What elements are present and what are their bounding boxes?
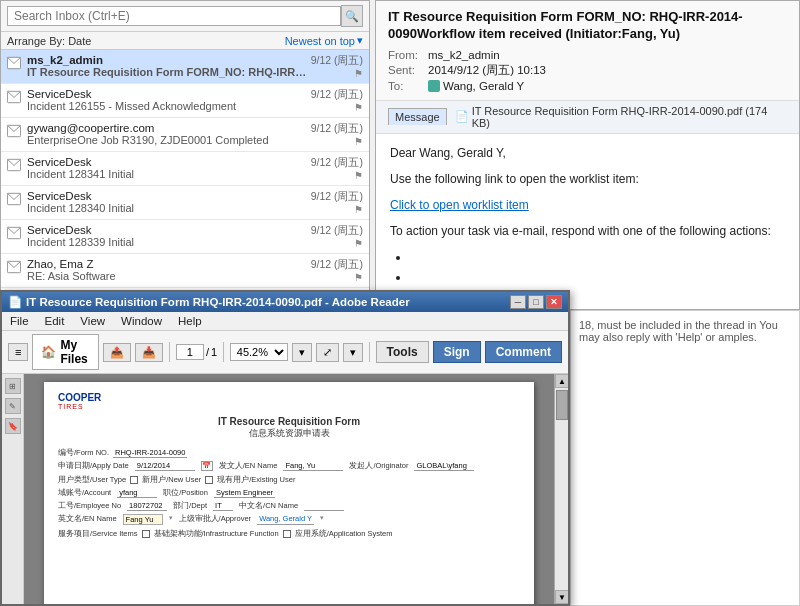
page-number-input[interactable] [176, 344, 204, 360]
close-button[interactable]: ✕ [546, 295, 562, 309]
email-sender: ServiceDesk [27, 156, 307, 168]
email-date: 9/12 (周五) [311, 190, 363, 204]
scroll-down-button[interactable]: ▼ [555, 590, 568, 604]
sort-button[interactable]: Newest on top ▾ [285, 34, 363, 47]
email-list-item[interactable]: ServiceDesk Incident 126155 - Missed Ack… [1, 84, 369, 118]
sign-button[interactable]: Sign [433, 341, 481, 363]
user-type-label: 用户类型/User Type [58, 475, 126, 485]
email-client-panel: 🔍 Arrange By: Date Newest on top ▾ ms_k2… [0, 0, 370, 310]
service-item-2-checkbox [283, 530, 291, 538]
email-sender: Zhao, Ema Z [27, 258, 307, 270]
download-button[interactable]: 📥 [135, 343, 163, 362]
email-line2: To action your task via e-mail, respond … [390, 222, 785, 240]
email-subject: Incident 128341 Initial [27, 168, 307, 180]
chevron-down-icon: ▾ [357, 34, 363, 47]
email-list-item[interactable]: ServiceDesk Incident 128341 Initial 9/12… [1, 152, 369, 186]
scroll-up-button[interactable]: ▲ [555, 374, 568, 388]
attachment-file[interactable]: 📄 IT Resource Requisition Form RHQ-IRR-2… [455, 105, 787, 129]
email-date: 9/12 (周五) [311, 224, 363, 238]
cn-name-value [304, 501, 344, 511]
my-files-label: My Files [60, 338, 90, 366]
search-input[interactable] [7, 6, 341, 26]
attachments-bar: Message 📄 IT Resource Requisition Form R… [376, 101, 799, 134]
pdf-date-row: 申请日期/Apply Date 9/12/2014 📅 发文人/EN Name … [58, 461, 520, 471]
pdf-account-row: 域账号/Account yfang 职位/Position System Eng… [58, 488, 520, 498]
email-envelope-icon [7, 90, 23, 106]
panel-icon-3[interactable]: 🔖 [5, 418, 21, 434]
menu-window[interactable]: Window [117, 314, 166, 328]
cooper-tires-text: TIRES [58, 403, 101, 410]
comment-button[interactable]: Comment [485, 341, 562, 363]
email-list-item[interactable]: ms_k2_admin IT Resource Requisition Form… [1, 50, 369, 84]
email-envelope-icon [7, 158, 23, 174]
email-list: ms_k2_admin IT Resource Requisition Form… [1, 50, 369, 309]
minimize-button[interactable]: ─ [510, 295, 526, 309]
my-files-icon: 🏠 [41, 345, 56, 359]
calendar-icon: 📅 [201, 461, 213, 471]
email-meta: 9/12 (周五) ⚑ [311, 190, 363, 215]
service-item-2-label: 应用系统/Application System [295, 529, 393, 539]
pdf-logo-area: COOPER TIRES [58, 392, 520, 410]
email-to-row: To: Wang, Gerald Y [388, 80, 787, 92]
flag-icon: ⚑ [354, 272, 363, 283]
action-reject [410, 268, 785, 286]
email-sender: ServiceDesk [27, 224, 307, 236]
email-meta: 9/12 (周五) ⚑ [311, 258, 363, 283]
pdf-employee-row: 工号/Employee No 18072702 部门/Dept IT 中文名/C… [58, 501, 520, 511]
worklist-link[interactable]: Click to open worklist item [390, 198, 529, 212]
email-subject: RE: Asia Software [27, 270, 307, 282]
zoom-select[interactable]: 45.2% [230, 343, 288, 361]
zoom-dropdown-button[interactable]: ▾ [292, 343, 312, 362]
email-meta: 9/12 (周五) ⚑ [311, 54, 363, 79]
tools-button[interactable]: Tools [376, 341, 429, 363]
adobe-toolbar: ≡ 🏠 My Files 📤 📥 / 1 45.2% ▾ ⤢ ▾ Tools S… [2, 331, 568, 374]
email-sent-row: Sent: 2014/9/12 (周五) 10:13 [388, 63, 787, 78]
dept-label: 部门/Dept [173, 501, 207, 511]
pdf-name-row: 英文名/EN Name Fang Yu ▾ 上级审批人/Approver Wan… [58, 514, 520, 525]
flag-icon: ⚑ [354, 136, 363, 147]
email-list-item[interactable]: ServiceDesk Incident 128340 Initial 9/12… [1, 186, 369, 220]
flag-icon: ⚑ [354, 68, 363, 79]
originator-value: GLOBAL\yfang [414, 461, 474, 471]
message-tab[interactable]: Message [388, 108, 447, 125]
panel-icon-2[interactable]: ✎ [5, 398, 21, 414]
overlay-text: 18, must be included in the thread in Yo… [579, 319, 778, 343]
hamburger-menu-button[interactable]: ≡ [8, 343, 28, 361]
flag-icon: ⚑ [354, 102, 363, 113]
to-value: Wang, Gerald Y [443, 80, 524, 92]
approver-label: 上级审批人/Approver [179, 514, 252, 525]
action-approve [410, 248, 785, 266]
menu-view[interactable]: View [76, 314, 109, 328]
search-button[interactable]: 🔍 [341, 5, 363, 27]
email-list-item[interactable]: gywang@coopertire.com EnterpriseOne Job … [1, 118, 369, 152]
email-header: IT Resource Requisition Form FORM_NO: RH… [376, 1, 799, 101]
approver-dropdown-icon: ▾ [320, 514, 324, 525]
user-type-existing-checkbox [205, 476, 213, 484]
my-files-button[interactable]: 🏠 My Files [32, 334, 99, 370]
maximize-button[interactable]: □ [528, 295, 544, 309]
menu-file[interactable]: File [6, 314, 33, 328]
email-title: IT Resource Requisition Form FORM_NO: RH… [388, 9, 787, 43]
email-content: Zhao, Ema Z RE: Asia Software [27, 258, 307, 282]
menu-help[interactable]: Help [174, 314, 206, 328]
sent-value: 2014/9/12 (周五) 10:13 [428, 63, 546, 78]
email-sender: ms_k2_admin [27, 54, 307, 66]
email-list-item[interactable]: ServiceDesk Incident 128339 Initial 9/12… [1, 220, 369, 254]
email-subject: EnterpriseOne Job R3190, ZJDE0001 Comple… [27, 134, 307, 146]
adobe-title-text: IT Resource Requisition Form RHQ-IRR-201… [26, 296, 510, 308]
panel-icon-1[interactable]: ⊞ [5, 378, 21, 394]
email-list-item[interactable]: Zhao, Ema Z RE: Asia Software 9/12 (周五) … [1, 254, 369, 288]
service-item-1-checkbox [142, 530, 150, 538]
adobe-menubar: File Edit View Window Help [2, 312, 568, 331]
email-date: 9/12 (周五) [311, 122, 363, 136]
more-button[interactable]: ▾ [343, 343, 363, 362]
upload-button[interactable]: 📤 [103, 343, 131, 362]
pdf-title-area: IT Resource Requisition Form 信息系统资源申请表 [58, 416, 520, 440]
scroll-thumb[interactable] [556, 390, 568, 420]
email-date: 9/12 (周五) [311, 156, 363, 170]
menu-edit[interactable]: Edit [41, 314, 69, 328]
email-subject: Incident 126155 - Missed Acknowledgment [27, 100, 307, 112]
search-icon: 🔍 [345, 10, 359, 23]
pdf-main-title: IT Resource Requisition Form [58, 416, 520, 427]
expand-button[interactable]: ⤢ [316, 343, 339, 362]
